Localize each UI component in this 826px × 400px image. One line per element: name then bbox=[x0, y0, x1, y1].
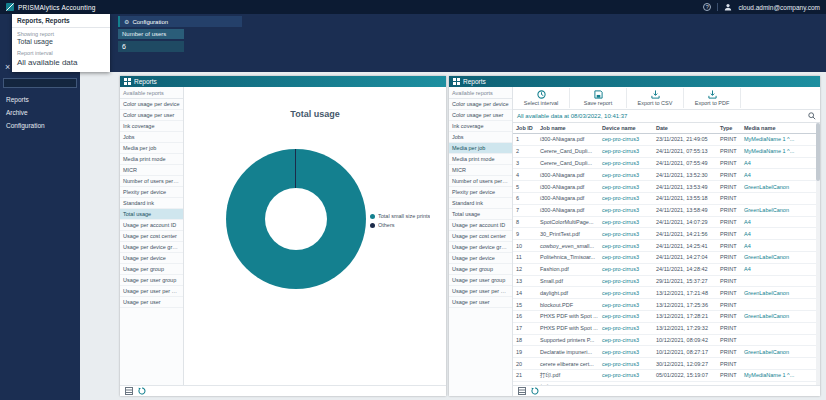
report-list-item[interactable]: Usage per user per user gr... bbox=[449, 286, 512, 297]
table-row[interactable]: 20 cerere eliberare cert... cep-pro-cirr… bbox=[513, 358, 820, 370]
report-list-item[interactable]: Media per job bbox=[449, 143, 512, 154]
report-list-item[interactable]: Usage per user group bbox=[449, 275, 512, 286]
report-list-item[interactable]: Usage per user per user gr... bbox=[120, 286, 183, 297]
report-list-item[interactable]: Jobs bbox=[120, 132, 183, 143]
report-list-item[interactable]: Standard ink bbox=[120, 198, 183, 209]
report-list-item[interactable]: Usage per account ID bbox=[120, 220, 183, 231]
table-row[interactable]: 1 i300-ANiagara.pdf cep-pro-cirrus3 23/1… bbox=[513, 134, 820, 146]
report-interval-value[interactable]: All available data bbox=[12, 56, 110, 70]
report-list-item[interactable]: Number of users per device bbox=[120, 176, 183, 187]
report-list-item[interactable]: Usage per device group bbox=[120, 242, 183, 253]
table-row[interactable]: 19 Declaratie impuneri... cep-pro-cirrus… bbox=[513, 346, 820, 358]
table-view-icon[interactable] bbox=[518, 387, 526, 395]
select-interval-button[interactable]: Select interval bbox=[513, 88, 570, 108]
report-list-item[interactable]: Standard ink bbox=[449, 198, 512, 209]
table-header-row: Job ID Job name Device name Date Type Me… bbox=[513, 123, 820, 134]
report-list-item[interactable]: Media print mode bbox=[449, 154, 512, 165]
report-list-item[interactable]: Media print mode bbox=[120, 154, 183, 165]
user-icon[interactable] bbox=[724, 3, 732, 11]
cell-type: PRINT bbox=[717, 337, 741, 343]
table-row[interactable]: 10 cowboy_even_small... cep-pro-cirrus3 … bbox=[513, 240, 820, 252]
table-row[interactable]: 11 Politehnica_Timisoar... cep-pro-cirru… bbox=[513, 252, 820, 264]
table-scrollbar[interactable] bbox=[816, 123, 820, 385]
table-view-icon[interactable] bbox=[125, 387, 133, 395]
user-email[interactable]: cloud.admin@company.com bbox=[738, 4, 820, 11]
refresh-icon[interactable] bbox=[138, 387, 146, 395]
report-list-item[interactable]: Color usage per user bbox=[449, 110, 512, 121]
report-list-item[interactable]: Ink coverage bbox=[120, 121, 183, 132]
report-list-item[interactable]: Usage per user group bbox=[120, 275, 183, 286]
table-row[interactable]: 3 Cerere_Card_Dupli... cep-pro-cirrus3 2… bbox=[513, 158, 820, 170]
report-list-item[interactable]: Usage per cost center bbox=[120, 231, 183, 242]
report-list-item[interactable]: Jobs bbox=[449, 132, 512, 143]
cell-job-name: PHXS PDF with Spot ... bbox=[537, 325, 599, 331]
search-icon[interactable] bbox=[808, 112, 816, 120]
table-row[interactable]: 22 打印.pdf cep-pro-cirrus3 05/01/2022, 15… bbox=[513, 382, 820, 385]
cell-date: 10/12/2021, 08:27:17 bbox=[653, 349, 717, 355]
chart-area: Total usage Total small size prints Othe… bbox=[184, 87, 446, 385]
report-list-item[interactable]: Usage per cost center bbox=[449, 231, 512, 242]
table-row[interactable]: 2 Cerere_Card_Dupli... cep-pro-cirrus3 2… bbox=[513, 146, 820, 158]
table-column-header[interactable]: Job name bbox=[537, 125, 599, 131]
table-row[interactable]: 17 PHXS PDF with Spot ... cep-pro-cirrus… bbox=[513, 323, 820, 335]
table-row[interactable]: 5 i300-ANiagara.pdf cep-pro-cirrus3 24/1… bbox=[513, 181, 820, 193]
help-icon[interactable]: ? bbox=[703, 3, 711, 11]
table-column-header[interactable]: Type bbox=[717, 125, 741, 131]
cell-media-name: GreenLabelCanon bbox=[741, 349, 820, 355]
sidebar-nav-item[interactable]: Archive bbox=[0, 106, 80, 119]
table-row[interactable]: 14 daylight.pdf cep-pro-cirrus3 13/12/20… bbox=[513, 287, 820, 299]
table-column-header[interactable]: Job ID bbox=[513, 125, 537, 131]
report-list-item[interactable]: Total usage bbox=[449, 209, 512, 220]
table-row[interactable]: 16 PHXS PDF with Spot ... cep-pro-cirrus… bbox=[513, 311, 820, 323]
report-list-item[interactable]: Color usage per device bbox=[449, 99, 512, 110]
report-list-item[interactable]: Plexity per device bbox=[120, 187, 183, 198]
report-list-item[interactable]: Usage per account ID bbox=[449, 220, 512, 231]
cell-device-name: cep-pro-cirrus3 bbox=[599, 278, 653, 284]
cell-date: 24/11/2021, 14:07:29 bbox=[653, 219, 717, 225]
cell-date: 13/12/2021, 17:25:36 bbox=[653, 302, 717, 308]
sidebar-nav-item[interactable]: Reports bbox=[0, 93, 80, 106]
close-icon[interactable]: × bbox=[5, 63, 10, 72]
refresh-icon[interactable] bbox=[531, 387, 539, 395]
report-list-item[interactable]: Ink coverage bbox=[449, 121, 512, 132]
table-scrollbar-thumb[interactable] bbox=[816, 123, 820, 181]
report-list-item[interactable]: Usage per user bbox=[449, 297, 512, 308]
report-list-item[interactable]: Usage per user bbox=[120, 297, 183, 308]
sidebar-nav-item[interactable]: Configuration bbox=[0, 119, 80, 132]
report-list-item[interactable]: Media per job bbox=[120, 143, 183, 154]
report-list-item[interactable]: Usage per group bbox=[449, 264, 512, 275]
report-list-item[interactable]: Usage per device group bbox=[449, 242, 512, 253]
report-list-item[interactable]: Total usage bbox=[120, 209, 183, 220]
table-row[interactable]: 12 Fashion.pdf cep-pro-cirrus3 24/11/202… bbox=[513, 264, 820, 276]
table-column-header[interactable]: Device name bbox=[599, 125, 653, 131]
report-list-item[interactable]: MICR bbox=[120, 165, 183, 176]
report-list-item[interactable]: Plexity per device bbox=[449, 187, 512, 198]
table-row[interactable]: 4 i300-ANiagara.pdf cep-pro-cirrus3 24/1… bbox=[513, 169, 820, 181]
report-list-item[interactable]: Usage per group bbox=[120, 264, 183, 275]
showing-report-value[interactable]: Total usage bbox=[12, 37, 110, 47]
report-list-item[interactable]: Color usage per device bbox=[120, 99, 183, 110]
export-pdf-button[interactable]: Export to PDF bbox=[684, 88, 741, 108]
report-list-item[interactable]: MICR bbox=[449, 165, 512, 176]
table-column-header[interactable]: Date bbox=[653, 125, 717, 131]
app-title: PRISMAlytics Accounting bbox=[18, 4, 96, 11]
report-list-item[interactable]: Usage per device bbox=[120, 253, 183, 264]
export-csv-button[interactable]: Export to CSV bbox=[627, 88, 684, 108]
table-row[interactable]: 8 SpotColorMultiPage... cep-pro-cirrus3 … bbox=[513, 217, 820, 229]
table-row[interactable]: 6 i300-ANiagara.pdf cep-pro-cirrus3 24/1… bbox=[513, 193, 820, 205]
report-list-item[interactable]: Color usage per user bbox=[120, 110, 183, 121]
configuration-widget[interactable]: ⚙ Configuration Number of users 6 bbox=[118, 16, 242, 52]
report-content: Select interval Save report Export to CS… bbox=[513, 87, 820, 396]
report-interval-label: Report interval bbox=[12, 47, 110, 56]
table-row[interactable]: 15 blockout.PDF cep-pro-cirrus3 13/12/20… bbox=[513, 299, 820, 311]
table-row[interactable]: 13 Small.pdf cep-pro-cirrus3 29/11/2021,… bbox=[513, 276, 820, 288]
table-row[interactable]: 9 30_PrintTest.pdf cep-pro-cirrus3 24/11… bbox=[513, 228, 820, 240]
table-column-header[interactable]: Media name bbox=[741, 125, 820, 131]
report-list-item[interactable]: Usage per device bbox=[449, 253, 512, 264]
save-report-button[interactable]: Save report bbox=[570, 88, 627, 108]
report-list-item[interactable]: Number of users per device bbox=[449, 176, 512, 187]
table-row[interactable]: 7 i300-ANiagara.pdf cep-pro-cirrus3 24/1… bbox=[513, 205, 820, 217]
table-row[interactable]: 18 Supported printers P... cep-pro-cirru… bbox=[513, 335, 820, 347]
table-row[interactable]: 21 打印.pdf cep-pro-cirrus3 05/01/2022, 15… bbox=[513, 370, 820, 382]
sidebar-search-input[interactable] bbox=[6, 80, 74, 86]
